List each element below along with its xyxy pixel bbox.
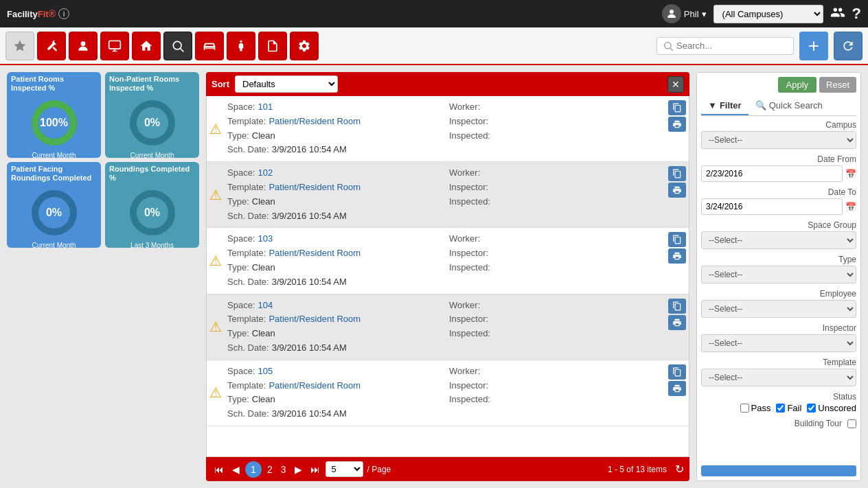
page-prev-btn[interactable]: ◀: [229, 463, 242, 476]
warning-icon: ⚠: [209, 100, 222, 157]
svg-point-3: [173, 41, 181, 49]
toolbar-document-btn[interactable]: [258, 32, 287, 60]
svg-line-4: [181, 48, 184, 51]
chart-patient-facing-footer: Current Month: [7, 240, 101, 248]
filter-tabs: ▼ Filter 🔍 Quick Search: [701, 97, 856, 116]
template-value: Patient/Resident Room: [269, 115, 361, 129]
record-print-btn[interactable]: [668, 315, 686, 330]
logo-facility: Facility: [7, 9, 38, 19]
toolbar-person-btn[interactable]: [69, 32, 98, 60]
quick-search-icon: 🔍: [755, 100, 766, 111]
toolbar-accessibility-btn[interactable]: [227, 32, 255, 60]
calendar-from-icon[interactable]: 📅: [845, 169, 856, 179]
filter-date-from-label: Date From: [701, 154, 856, 164]
filter-building-tour-label: Building Tour: [701, 419, 842, 428]
toolbar-bed-btn[interactable]: [195, 32, 224, 60]
record-fields: Space: 103 Worker: Template: Patient/Res…: [227, 232, 664, 289]
type-label: Type:: [227, 195, 249, 209]
status-fail-label: Fail: [787, 403, 801, 413]
user-dropdown-icon[interactable]: ▾: [702, 9, 707, 19]
template-value: Patient/Resident Room: [269, 181, 361, 195]
space-label: Space:: [227, 299, 255, 313]
close-button[interactable]: ✕: [667, 76, 684, 93]
toolbar-monitor-btn[interactable]: [100, 32, 129, 60]
chart-non-patient-rooms-title: Non-Patient Rooms Inspected %: [105, 72, 199, 95]
filter-type-select[interactable]: --Select--: [701, 266, 856, 283]
filter-campus-label: Campus: [701, 120, 856, 130]
apply-button[interactable]: Apply: [778, 77, 817, 93]
page-next-btn[interactable]: ▶: [292, 463, 305, 476]
filter-submit-button[interactable]: [701, 465, 856, 476]
record-copy-btn[interactable]: [668, 100, 686, 115]
toolbar-star-btn[interactable]: [5, 32, 34, 60]
inspected-label: Inspected:: [449, 327, 490, 341]
add-button[interactable]: +: [799, 32, 828, 60]
page-2-btn[interactable]: 2: [264, 463, 275, 476]
main-content: Patient Rooms Inspected % 100% Current M…: [0, 65, 868, 488]
chart-patient-rooms-footer: Current Month: [7, 150, 101, 158]
contacts-icon[interactable]: [830, 5, 845, 23]
filter-date-to-input-row: 📅: [701, 198, 856, 215]
template-label: Template:: [227, 312, 266, 327]
per-page-select[interactable]: 5 10 25: [326, 461, 363, 477]
record-fields: Space: 104 Worker: Template: Patient/Res…: [227, 299, 664, 356]
toolbar-house-btn[interactable]: [132, 32, 161, 60]
refresh-page-icon[interactable]: ↻: [675, 463, 684, 476]
status-fail-checkbox[interactable]: [776, 404, 785, 413]
refresh-icon-btn[interactable]: [834, 32, 863, 60]
chart-non-patient-rooms-body: 0%: [105, 95, 199, 150]
space-label: Space:: [227, 364, 255, 379]
toolbar-search-btn[interactable]: [163, 32, 192, 60]
help-icon[interactable]: ?: [852, 5, 861, 23]
filter-employee-select[interactable]: --Select--: [701, 300, 856, 318]
inspected-label: Inspected:: [449, 129, 490, 143]
filter-inspector-select[interactable]: --Select--: [701, 334, 856, 352]
record-print-btn[interactable]: [668, 117, 686, 132]
record-print-btn[interactable]: [668, 381, 686, 396]
template-value: Patient/Resident Room: [269, 312, 361, 327]
filter-campus-select[interactable]: --Select--: [701, 131, 856, 149]
record-copy-btn[interactable]: [668, 232, 686, 247]
calendar-to-icon[interactable]: 📅: [845, 202, 856, 212]
info-icon[interactable]: i: [58, 8, 69, 19]
filter-template-select[interactable]: --Select--: [701, 369, 856, 386]
svg-point-6: [665, 42, 671, 48]
table-row: ⚠ Space: 105 Worker: Template: Patient/R…: [207, 360, 689, 426]
inspected-field: Inspected:: [449, 261, 664, 275]
inspector-label: Inspector:: [449, 115, 488, 129]
chart-patient-facing-title: Patient Facing Roundings Completed: [7, 162, 101, 185]
space-field: Space: 102: [227, 166, 442, 181]
status-unscored-checkbox[interactable]: [807, 404, 816, 413]
page-last-btn[interactable]: ⏭: [308, 463, 323, 476]
pagination-bar: ⏮ ◀ 1 2 3 ▶ ⏭ 5 10 25 / Page 1 - 5 of 13…: [206, 457, 689, 481]
inspector-field: Inspector:: [449, 115, 664, 129]
template-field: Template: Patient/Resident Room: [227, 312, 442, 327]
tab-filter[interactable]: ▼ Filter: [701, 97, 749, 115]
filter-space-group-select[interactable]: --Select--: [701, 231, 856, 249]
sort-select[interactable]: Defaults: [235, 75, 338, 93]
schdate-field: Sch. Date: 3/9/2016 10:54 AM: [227, 275, 442, 290]
inspector-label: Inspector:: [449, 312, 488, 327]
tab-quick-search[interactable]: 🔍 Quick Search: [749, 97, 830, 115]
search-input[interactable]: [676, 40, 786, 51]
record-print-btn[interactable]: [668, 183, 686, 198]
filter-date-from-input[interactable]: [701, 165, 843, 182]
page-1-btn[interactable]: 1: [245, 461, 262, 478]
filter-date-to-input[interactable]: [701, 198, 843, 215]
page-3-btn[interactable]: 3: [278, 463, 289, 476]
status-unscored-label: Unscored: [818, 403, 856, 413]
schdate-value: 3/9/2016 10:54 AM: [272, 209, 347, 224]
building-tour-checkbox[interactable]: [847, 419, 856, 428]
reset-button[interactable]: Reset: [819, 77, 856, 93]
record-copy-btn[interactable]: [668, 166, 686, 181]
record-copy-btn[interactable]: [668, 299, 686, 314]
page-first-btn[interactable]: ⏮: [212, 463, 227, 476]
record-print-btn[interactable]: [668, 248, 686, 264]
toolbar-wrench-btn[interactable]: [37, 32, 66, 60]
record-copy-btn[interactable]: [668, 364, 686, 380]
chart-roundings-donut: 0%: [128, 189, 176, 237]
status-pass-checkbox[interactable]: [740, 404, 749, 413]
campus-selector[interactable]: (All Campuses): [713, 5, 823, 23]
toolbar-gear-btn[interactable]: [290, 32, 319, 60]
worker-label: Worker:: [449, 166, 480, 181]
